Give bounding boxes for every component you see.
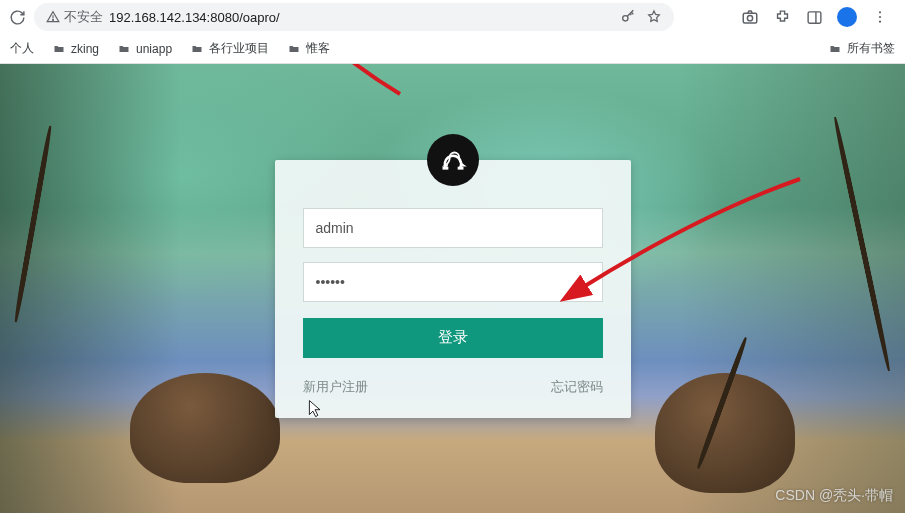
bookmark-label: 各行业项目: [209, 40, 269, 57]
svg-point-1: [53, 19, 54, 20]
folder-icon: [828, 43, 842, 55]
camera-icon[interactable]: [741, 8, 759, 26]
watermark: CSDN @秃头·带帽: [775, 487, 893, 505]
svg-rect-5: [808, 11, 821, 22]
cursor-icon: [308, 399, 322, 419]
bookmark-label: 惟客: [306, 40, 330, 57]
menu-dots-icon[interactable]: [871, 8, 889, 26]
bookmark-label: zking: [71, 42, 99, 56]
decor-stump: [130, 373, 280, 483]
extensions-icon[interactable]: [773, 8, 791, 26]
forgot-password-link[interactable]: 忘记密码: [551, 378, 603, 396]
folder-icon: [287, 43, 301, 55]
bookmark-item-zking[interactable]: zking: [52, 42, 99, 56]
browser-right-icons: [741, 7, 897, 27]
key-icon[interactable]: [620, 9, 636, 25]
bookmarks-bar: 个人 zking uniapp 各行业项目 惟客 所有书签: [0, 34, 905, 64]
side-panel-icon[interactable]: [805, 8, 823, 26]
login-card: 登录 新用户注册 忘记密码: [275, 160, 631, 418]
bookmark-item-personal[interactable]: 个人: [10, 40, 34, 57]
svg-point-4: [747, 16, 752, 21]
bookmark-star-icon[interactable]: [646, 9, 662, 25]
folder-icon: [117, 43, 131, 55]
warning-triangle-icon: [46, 10, 60, 24]
security-label: 不安全: [64, 8, 103, 26]
svg-point-9: [879, 21, 881, 23]
bookmark-label: uniapp: [136, 42, 172, 56]
address-bar[interactable]: 不安全 192.168.142.134:8080/oapro/: [34, 3, 674, 31]
bookmark-item-uniapp[interactable]: uniapp: [117, 42, 172, 56]
security-badge: 不安全: [46, 8, 103, 26]
password-input[interactable]: [303, 262, 603, 302]
url-text: 192.168.142.134:8080/oapro/: [109, 10, 280, 25]
bookmark-overflow-label: 所有书签: [847, 40, 895, 57]
register-link[interactable]: 新用户注册: [303, 378, 368, 396]
browser-toolbar: 不安全 192.168.142.134:8080/oapro/: [0, 0, 905, 34]
login-links: 新用户注册 忘记密码: [303, 378, 603, 396]
bookmark-item-industry[interactable]: 各行业项目: [190, 40, 269, 57]
reload-icon[interactable]: [8, 8, 26, 26]
username-input[interactable]: [303, 208, 603, 248]
bookmark-item-weike[interactable]: 惟客: [287, 40, 330, 57]
svg-point-7: [879, 11, 881, 13]
logo-circle: [427, 134, 479, 186]
page-content: 登录 新用户注册 忘记密码 CSDN @秃头·带帽: [0, 64, 905, 513]
login-button[interactable]: 登录: [303, 318, 603, 358]
svg-point-8: [879, 16, 881, 18]
svg-rect-3: [743, 13, 757, 23]
profile-avatar[interactable]: [837, 7, 857, 27]
bookmark-overflow[interactable]: 所有书签: [828, 40, 895, 57]
folder-icon: [190, 43, 204, 55]
bookmark-label: 个人: [10, 40, 34, 57]
omega-icon: [439, 146, 467, 174]
svg-point-2: [623, 16, 628, 21]
folder-icon: [52, 43, 66, 55]
